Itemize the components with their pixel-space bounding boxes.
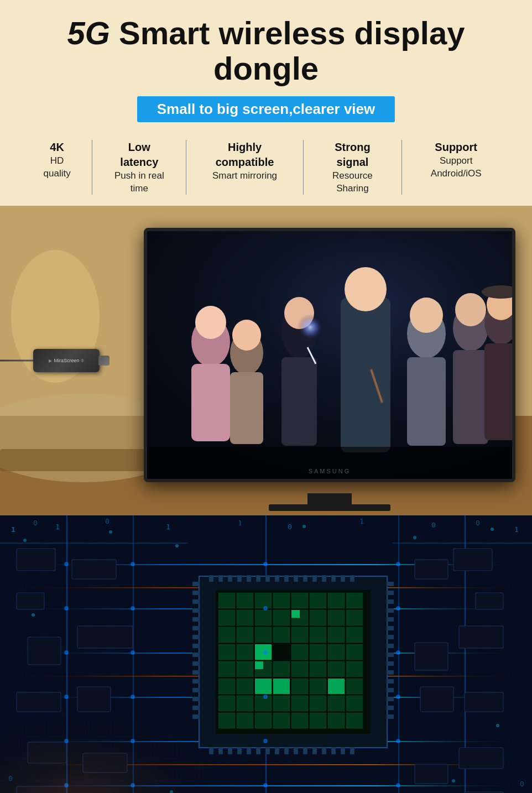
feature-bottom-support: Support Android/iOS (418, 155, 494, 180)
feature-support: Support Support Android/iOS (402, 140, 510, 195)
svg-rect-11 (230, 372, 263, 444)
feature-top-support: Support (435, 140, 477, 155)
svg-point-23 (410, 298, 443, 333)
tv-frame (144, 228, 515, 482)
tv-stand-neck (307, 493, 352, 504)
tv-brand-label: SAMSUNG (144, 466, 515, 476)
tv-stand (144, 493, 515, 511)
main-title: 5G Smart wireless display dongle (22, 15, 510, 86)
svg-rect-22 (407, 357, 446, 446)
dongle-plug (98, 356, 109, 366)
svg-point-16 (294, 314, 327, 347)
feature-signal: Strong signal Resource Sharing (304, 140, 403, 195)
feature-bottom-latency: Push in real time (108, 170, 170, 195)
feature-bottom-4k: HD quality (38, 155, 76, 180)
svg-rect-295 (0, 515, 532, 793)
feature-bottom-signal: Resource Sharing (319, 170, 387, 195)
features-row: 4K HD quality Low latency Push in real t… (22, 140, 510, 195)
circuit-section: 1 0 1 0 1 1 0 1 0 0 1 0 0 1 1 (0, 515, 532, 793)
tv-screen (147, 231, 512, 479)
feature-latency: Low latency Push in real time (92, 140, 186, 195)
svg-rect-28 (484, 343, 512, 440)
svg-point-26 (455, 293, 486, 326)
svg-point-12 (232, 320, 261, 351)
tv-stand-base (269, 504, 390, 511)
feature-top-4k: 4K (50, 140, 64, 155)
dongle-cable (0, 360, 33, 362)
svg-point-9 (195, 306, 226, 339)
feature-bottom-compat: Smart mirroring (212, 170, 277, 182)
circuit-traces-svg: 1 0 1 0 1 1 0 1 0 0 1 0 0 1 1 (0, 515, 532, 793)
tv-section: SAMSUNG ▶ MiraScreen ® (0, 206, 532, 515)
subtitle-banner: Small to big screen,clearer view (137, 96, 395, 122)
dongle-body: ▶ MiraScreen ® (33, 349, 100, 372)
title-5g: 5G (67, 15, 110, 51)
svg-rect-18 (341, 298, 390, 452)
dongle-device: ▶ MiraScreen ® (33, 349, 100, 372)
page-wrapper: 5G Smart wireless display dongle Small t… (0, 0, 532, 793)
feature-4k: 4K HD quality (22, 140, 92, 195)
svg-point-19 (345, 267, 387, 311)
svg-rect-14 (281, 357, 317, 446)
feature-compat: Highly compatible Smart mirroring (186, 140, 303, 195)
feature-top-compat: Highly compatible (202, 140, 287, 170)
tv-movie-content (147, 231, 512, 479)
header-section: 5G Smart wireless display dongle Small t… (0, 0, 532, 206)
dongle-brand-label: ▶ MiraScreen ® (49, 358, 84, 363)
movie-scene-svg (147, 231, 512, 479)
svg-rect-25 (453, 350, 488, 444)
svg-rect-8 (191, 364, 230, 441)
feature-top-signal: Strong signal (319, 140, 387, 170)
feature-top-latency: Low latency (108, 140, 170, 170)
title-rest: Smart wireless display dongle (110, 15, 465, 86)
